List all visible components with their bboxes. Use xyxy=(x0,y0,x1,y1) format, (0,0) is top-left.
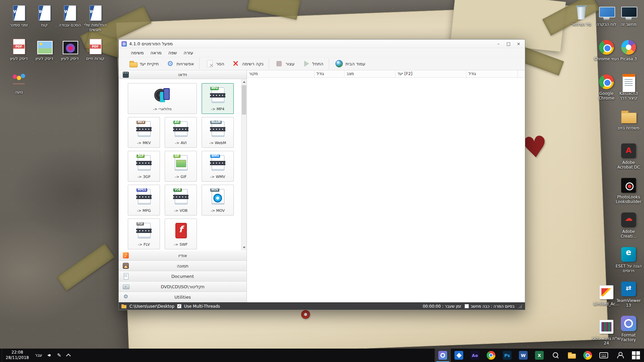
taskbar-app-button[interactable] xyxy=(596,349,612,362)
desktop-icon-label: זמני סמינר xyxy=(10,23,28,27)
format-button[interactable]: WebM -> WebM xyxy=(202,117,234,148)
taskbar-app-button[interactable]: X xyxy=(531,349,547,362)
menu-item[interactable]: משימה xyxy=(127,49,147,56)
list-header-cell[interactable]: גודל xyxy=(467,70,518,77)
pen-icon[interactable] xyxy=(54,349,64,362)
taskbar-clock[interactable]: 22:08 28/11/2018 xyxy=(3,350,32,360)
format-button[interactable]: MOV -> MOV xyxy=(202,185,234,216)
format-button[interactable]: AVI -> AVI xyxy=(165,117,197,148)
desktop-icon[interactable]: הסכם עבודה xyxy=(57,5,83,38)
category-row[interactable]: תקליטור\DVD\CD\ISO xyxy=(119,282,247,292)
formats-scrollbar[interactable] xyxy=(241,79,247,250)
desktop-icon[interactable]: Format Factory xyxy=(614,315,643,349)
menu-item[interactable]: עזרה xyxy=(180,49,196,56)
desktop-icon-label: ESET הגנה על וירוסים xyxy=(614,264,643,273)
format-button[interactable]: MP4 -> MP4 xyxy=(202,83,234,114)
clock-time: 22:08 xyxy=(6,350,29,355)
desktop-icon-label: Picasa 3 xyxy=(620,57,637,61)
taskbar-app-button[interactable] xyxy=(435,349,451,362)
hidden-icons-chevron-icon[interactable] xyxy=(64,349,73,362)
list-header-cell[interactable]: גודל xyxy=(315,70,344,77)
taskbar-app-button[interactable] xyxy=(564,349,580,362)
format-button[interactable]: MKV -> MKV xyxy=(128,117,160,148)
format-button[interactable]: 3GP -> 3GP xyxy=(128,151,160,182)
toolbar-button[interactable]: עמוד הבית xyxy=(331,58,369,69)
desktop-icon[interactable]: Picasa 3 xyxy=(614,39,643,73)
clear-list-icon xyxy=(232,60,240,68)
minimize-button[interactable]: – xyxy=(493,40,503,48)
format-button[interactable]: WMV -> WMV xyxy=(202,151,234,182)
format-button[interactable]: -> סלולארי xyxy=(128,83,197,114)
stop-icon xyxy=(275,60,283,68)
list-header-cell[interactable]: מקור xyxy=(247,70,315,77)
video-category-header[interactable]: וידאו xyxy=(119,70,247,79)
toolbar-button[interactable]: התחל xyxy=(298,58,329,69)
desktop-icon[interactable]: דיסק לעיון xyxy=(6,38,32,72)
logo-image-icon xyxy=(10,72,28,89)
desktop-icon[interactable]: TeamViewer 13 xyxy=(614,280,643,315)
menu-item[interactable]: מראה xyxy=(147,49,165,56)
shutdown-checkbox[interactable] xyxy=(465,304,469,308)
volume-icon[interactable] xyxy=(45,349,54,362)
desktop-icon[interactable]: קוח xyxy=(32,5,57,38)
desktop-icon[interactable]: נועה xyxy=(6,72,32,105)
scrollbar-thumb[interactable] xyxy=(242,85,246,115)
output-path[interactable]: C:\Users\user\Desktop xyxy=(129,304,174,309)
format-button[interactable]: -> SWF xyxy=(165,219,197,249)
desktop-icon[interactable]: משפחת בוים xyxy=(614,108,643,142)
taskbar-app-button[interactable]: W xyxy=(515,349,531,362)
scroll-up-icon[interactable] xyxy=(241,79,247,84)
toolbar-button[interactable]: נקה רשימה xyxy=(228,58,269,69)
taskbar-app-button[interactable] xyxy=(451,349,467,362)
format-button[interactable]: VOB -> VOB xyxy=(165,185,197,216)
desktop-icon-label: מחשב זה xyxy=(621,22,636,27)
desktop-icon[interactable]: זמני סמינר xyxy=(6,5,32,38)
format-button[interactable]: FLV -> FLV xyxy=(128,219,160,249)
category-row[interactable]: Document xyxy=(119,271,247,282)
desktop-icon[interactable]: דיסק לעיון xyxy=(32,38,57,72)
desktop-icon[interactable]: מחשב זה xyxy=(614,4,643,39)
resize-grip-icon[interactable] xyxy=(518,304,522,308)
format-button[interactable]: GIF -> GIF xyxy=(165,151,197,182)
toolbar-button[interactable]: הסר xyxy=(202,58,228,69)
desktop-icon[interactable]: Adobe Creati... xyxy=(614,211,643,246)
toolbar-button[interactable]: עצור xyxy=(271,58,298,69)
desktop-icon-label: דיסק לעיון xyxy=(10,56,28,61)
taskbar-app-button[interactable]: Ae xyxy=(467,349,483,362)
list-header-cell[interactable]: מצב xyxy=(344,70,395,77)
excel-app-icon: X xyxy=(535,351,544,360)
taskbar-app-button[interactable] xyxy=(612,349,628,362)
desktop-icon[interactable]: דיסק לעיון xyxy=(57,38,83,72)
menu-item[interactable]: שפה xyxy=(165,49,180,56)
multithreads-checkbox[interactable] xyxy=(177,304,181,308)
window-titlebar[interactable]: מפעל הפורמטים 4.1.0 – □ × xyxy=(119,40,525,48)
close-button[interactable]: × xyxy=(514,40,524,48)
category-row[interactable]: תמונה xyxy=(119,261,247,271)
language-indicator[interactable]: עבר xyxy=(32,353,45,358)
category-row[interactable]: אודיו xyxy=(119,250,247,261)
desktop-icon-label: דיסק לעיון xyxy=(36,56,53,61)
desktop-icon[interactable]: ESET הגנה על וירוסים xyxy=(614,246,643,280)
desktop-icon[interactable]: החלומות שלי פוגשים xyxy=(83,5,108,38)
desktop-icon[interactable]: Adobe Acrobat DC xyxy=(614,142,643,177)
file-list-body[interactable] xyxy=(247,78,525,302)
list-header-cell[interactable]: יעד [F2] xyxy=(395,70,467,77)
format-avi-icon: AVI xyxy=(173,121,189,137)
desktop-icon[interactable]: Kaluach3 קיצור דרך xyxy=(614,73,643,108)
format-button[interactable]: MPEG -> MPG xyxy=(128,185,160,216)
toolbar-button[interactable]: תיקיית יעד xyxy=(125,58,162,69)
taskbar-app-button[interactable] xyxy=(483,349,499,362)
taskbar-app-button[interactable] xyxy=(547,349,564,362)
category-row[interactable]: Utilities xyxy=(119,292,247,302)
scroll-down-icon[interactable] xyxy=(241,245,247,250)
toolbar-button[interactable]: אפשרויות xyxy=(162,58,200,69)
taskbar-app-button[interactable]: Ps xyxy=(499,349,515,362)
start-button[interactable] xyxy=(628,349,644,362)
maximize-button[interactable]: □ xyxy=(503,40,514,48)
window-title: מפעל הפורמטים 4.1.0 xyxy=(129,41,173,46)
folder-icon xyxy=(121,304,127,308)
desktop-icon[interactable]: PhotoLooks LooksBuilder xyxy=(614,177,643,211)
system-tray: 22:08 28/11/2018 עבר xyxy=(2,349,74,362)
desktop-icon[interactable]: קורות חיים xyxy=(83,38,108,72)
taskbar-app-button[interactable] xyxy=(580,349,596,362)
